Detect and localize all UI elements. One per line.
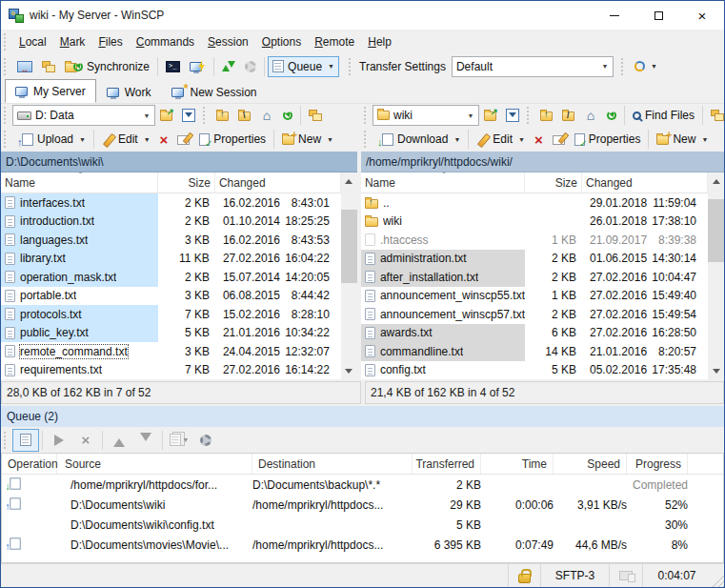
session-tab[interactable]: Work <box>96 81 162 103</box>
file-row[interactable]: operation_mask.txt 2 KB 15.07.2014 14:20… <box>1 268 341 287</box>
queue-enable-button[interactable] <box>12 429 39 452</box>
maximize-button[interactable] <box>636 1 680 30</box>
scroll-down-icon[interactable] <box>341 363 357 379</box>
column-header-name[interactable]: Nameˆ <box>361 172 525 193</box>
synchronize-button[interactable]: Synchronize <box>60 56 154 77</box>
file-row[interactable]: commandline.txt 14 KB 21.01.2016 8:20:57 <box>361 342 708 361</box>
column-header-changed[interactable]: Changed <box>582 172 708 193</box>
right-refresh-button[interactable] <box>602 105 621 126</box>
file-row[interactable]: announcement_winscp57.txt 2 KB 27.02.201… <box>361 305 708 324</box>
close-button[interactable]: × <box>680 1 724 30</box>
queue-row[interactable]: /home/mprikryl/httpdocs/for... D:\Docume… <box>2 475 723 495</box>
file-row[interactable]: protocols.txt 7 KB 15.02.2016 8:28:10 <box>1 305 341 324</box>
menu-item[interactable]: Options <box>255 32 308 51</box>
right-properties-button[interactable]: Properties <box>570 129 646 150</box>
left-tree-toggle-button[interactable] <box>304 105 327 126</box>
menu-item[interactable]: Help <box>361 32 398 51</box>
queue-move-down-button[interactable] <box>132 429 159 452</box>
column-header-destination[interactable]: Destination <box>252 454 413 474</box>
queue-resume-button[interactable] <box>46 429 72 452</box>
scrollbar-thumb[interactable] <box>708 199 724 262</box>
right-home-directory-button[interactable] <box>579 105 602 126</box>
right-edit-button[interactable]: Edit▼ <box>472 129 530 150</box>
session-tab[interactable]: New Session <box>161 81 267 103</box>
menu-item[interactable]: Local <box>12 32 53 51</box>
scrollbar-thumb[interactable] <box>341 210 357 283</box>
left-edit-button[interactable]: Edit▼ <box>97 129 155 150</box>
queue-move-up-button[interactable] <box>106 429 132 452</box>
column-header-name[interactable]: Nameˆ <box>1 172 158 193</box>
queue-toggle-button[interactable]: Queue▼ <box>268 56 339 77</box>
right-tree-toggle-button[interactable] <box>706 105 725 126</box>
protocol-status[interactable]: SFTP-3 <box>540 564 609 587</box>
synchronize-browsing-button[interactable] <box>37 56 60 77</box>
file-row[interactable]: .htaccess 1 KB 21.09.2017 8:39:38 <box>361 231 708 250</box>
drive-select[interactable]: D: Data ▼ <box>12 105 155 126</box>
menu-item[interactable]: Session <box>201 32 255 51</box>
file-row[interactable]: remote_command.txt 3 KB 24.04.2015 12:32… <box>1 342 341 361</box>
download-button[interactable]: Download▼ <box>373 129 465 150</box>
right-rename-button[interactable] <box>548 129 570 150</box>
file-row[interactable]: portable.txt 3 KB 06.08.2015 8:44:42 <box>1 287 341 306</box>
left-new-button[interactable]: New▼ <box>277 129 338 150</box>
file-row[interactable]: awards.txt 6 KB 27.02.2016 16:28:50 <box>361 324 708 343</box>
menu-item[interactable]: Mark <box>53 32 92 51</box>
left-properties-button[interactable]: Properties <box>194 129 271 150</box>
right-new-button[interactable]: New▼ <box>652 129 713 150</box>
left-refresh-button[interactable] <box>278 105 297 126</box>
console-button[interactable] <box>185 56 211 77</box>
minimize-button[interactable] <box>593 1 636 30</box>
menu-item[interactable]: Remote <box>308 32 361 51</box>
upload-button[interactable]: Upload▼ <box>12 129 91 150</box>
file-row[interactable]: interfaces.txt 2 KB 16.02.2016 8:43:01 <box>1 193 341 213</box>
column-header-size[interactable]: Size <box>525 172 582 193</box>
encryption-status[interactable] <box>508 564 540 587</box>
right-filter-button[interactable] <box>501 105 524 126</box>
queue-row[interactable]: D:\Documents\movies\Movie\... /home/mpri… <box>2 535 723 555</box>
right-parent-directory-button[interactable] <box>535 105 557 126</box>
file-row[interactable]: requirements.txt 7 KB 27.02.2016 16:14:2… <box>1 361 341 380</box>
queue-items-button[interactable]: ▼ <box>166 429 192 452</box>
left-delete-button[interactable]: × <box>155 129 173 150</box>
right-open-directory-button[interactable] <box>479 105 501 126</box>
preferences-button[interactable] <box>240 56 261 77</box>
file-row[interactable]: library.txt 11 KB 27.02.2016 16:04:22 <box>1 250 341 269</box>
column-header-time[interactable]: Time <box>481 454 554 474</box>
left-parent-directory-button[interactable] <box>211 105 233 126</box>
session-duration[interactable]: 0:04:07 <box>642 564 711 587</box>
swap-panels-button[interactable] <box>12 56 37 77</box>
queue-row[interactable]: D:\Documents\wiki\config.txt 5 KB 30% <box>2 515 723 535</box>
scroll-down-icon[interactable] <box>708 363 724 379</box>
column-header-changed[interactable]: Changed <box>215 172 341 193</box>
transfer-button[interactable] <box>217 56 240 77</box>
scroll-up-icon[interactable] <box>708 172 724 189</box>
notifications-status[interactable] <box>609 564 642 587</box>
queue-preferences-button[interactable] <box>192 429 219 452</box>
left-open-directory-button[interactable] <box>155 105 177 126</box>
file-row[interactable]: public_key.txt 5 KB 21.01.2016 10:34:22 <box>1 324 341 343</box>
column-header-operation[interactable]: Operation <box>2 454 57 474</box>
column-header-source[interactable]: Source <box>57 454 252 474</box>
file-row[interactable]: config.txt 5 KB 05.02.2016 17:35:48 <box>361 361 708 380</box>
resize-grip[interactable] <box>711 574 724 587</box>
menu-item[interactable]: Commands <box>130 32 201 51</box>
session-tab[interactable]: My Server <box>5 79 96 103</box>
menu-item[interactable]: Files <box>91 32 129 51</box>
column-header-transferred[interactable]: Transferred <box>413 454 481 474</box>
column-header-progress[interactable]: Progress <box>627 454 688 474</box>
file-row[interactable]: after_installation.txt 2 KB 27.02.2016 1… <box>361 268 708 287</box>
remote-path-header[interactable]: /home/mprikryl/httpdocs/wiki/ <box>361 152 724 172</box>
file-row[interactable]: languages.txt 3 KB 16.02.2016 8:43:53 <box>1 231 341 250</box>
left-home-directory-button[interactable] <box>255 105 278 126</box>
local-scrollbar[interactable] <box>341 172 357 379</box>
column-header-speed[interactable]: Speed <box>554 454 627 474</box>
left-root-directory-button[interactable] <box>233 105 255 126</box>
remote-directory-select[interactable]: wiki ▼ <box>373 105 479 126</box>
file-row[interactable]: announcement_winscp55.txt 1 KB 27.02.201… <box>361 287 708 306</box>
right-root-directory-button[interactable] <box>557 105 579 126</box>
queue-delete-button[interactable]: × <box>72 429 99 452</box>
left-filter-button[interactable] <box>177 105 200 126</box>
column-header-size[interactable]: Size <box>158 172 215 193</box>
scroll-up-icon[interactable] <box>341 172 357 189</box>
file-row[interactable]: .. 29.01.2018 11:59:04 <box>361 193 708 213</box>
